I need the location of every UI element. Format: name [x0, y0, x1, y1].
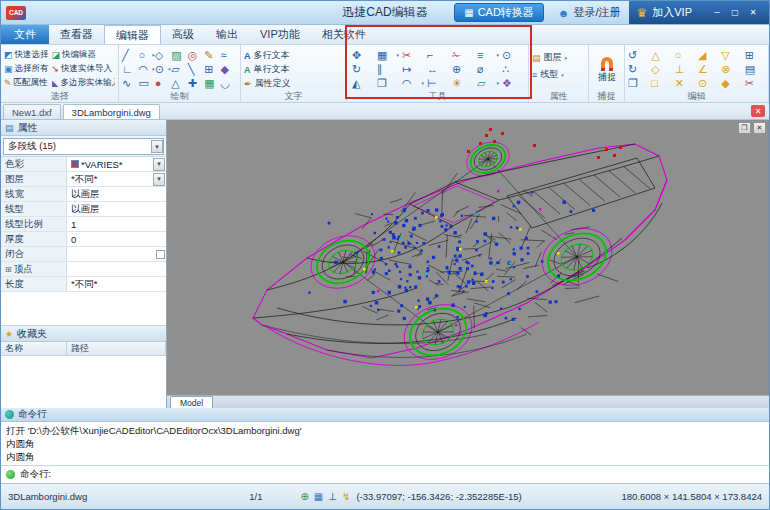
dropdown-arrow-icon[interactable]: ▼: [153, 158, 165, 171]
property-value[interactable]: 以画层: [67, 202, 166, 216]
point-button[interactable]: ●: [155, 76, 171, 90]
cad-converter-button[interactable]: ▦ CAD转换器: [454, 3, 544, 22]
attribute-define-button[interactable]: ✒属性定义: [244, 77, 343, 90]
polyline-button[interactable]: ∟: [122, 62, 138, 76]
linetype-button[interactable]: ≡线型▾: [532, 68, 585, 81]
copy-button[interactable]: ❐: [375, 76, 399, 90]
property-value[interactable]: *不同*: [67, 277, 166, 291]
document-tab-3DLamborgini.dwg[interactable]: 3DLamborgini.dwg: [63, 104, 160, 119]
dynamic-input-icon[interactable]: ↯: [342, 491, 350, 502]
redo-button[interactable]: ↻: [628, 62, 646, 76]
lengthen-button[interactable]: ⊢: [425, 76, 449, 90]
move-button[interactable]: ✥: [350, 48, 374, 62]
quick-entity-import-button[interactable]: ➘快速实体导入: [52, 62, 115, 76]
snap-button[interactable]: 捕捉: [592, 48, 622, 90]
grid-icon[interactable]: ▦: [314, 491, 323, 502]
curve-button[interactable]: ◡: [221, 76, 237, 90]
property-value[interactable]: [67, 262, 166, 276]
property-value[interactable]: 0: [67, 232, 166, 246]
divide-button[interactable]: ∴: [500, 62, 524, 76]
singleline-text-button[interactable]: A单行文本: [244, 63, 343, 76]
entity-type-select[interactable]: 多段线 (15) ▼: [3, 138, 164, 155]
polygon-entity-input-button[interactable]: ◣多边形实体输入: [52, 76, 115, 90]
snap-endpoint-button[interactable]: □: [651, 76, 669, 90]
mirror-button[interactable]: ◭: [350, 76, 374, 90]
match-properties-button[interactable]: ✎匹配属性: [4, 76, 49, 90]
offset-button[interactable]: ∥: [375, 62, 399, 76]
command-input[interactable]: [56, 468, 769, 482]
join-vip-button[interactable]: 加入VIP: [652, 5, 692, 20]
array-button[interactable]: ▦▾: [375, 48, 399, 62]
mdi-restore-button[interactable]: ❐: [738, 122, 751, 134]
extend-button[interactable]: ↦: [400, 62, 424, 76]
select-all-button[interactable]: ▣选择所有: [4, 62, 49, 76]
triangle-button[interactable]: △: [171, 76, 187, 90]
snap-extension-button[interactable]: ▽: [721, 48, 739, 62]
spline-button[interactable]: ∿: [122, 76, 138, 90]
table-button[interactable]: ⊞: [204, 62, 220, 76]
quick-select-button[interactable]: ◩快速选择: [4, 48, 49, 62]
drawing-canvas[interactable]: ❐ ✕: [167, 120, 769, 408]
line-button[interactable]: ╱: [122, 48, 138, 62]
snap-perpendicular-button[interactable]: ⊥: [675, 62, 693, 76]
wireframe-car-drawing[interactable]: [167, 120, 769, 395]
document-tab-New1.dxf[interactable]: New1.dxf: [3, 104, 61, 119]
snap-center-button[interactable]: ○: [675, 48, 693, 62]
close-button[interactable]: ✕: [745, 6, 761, 20]
snap-intersection-button[interactable]: ✕: [675, 76, 693, 90]
sketch-button[interactable]: ✎: [204, 48, 220, 62]
revision-cloud-button[interactable]: ≈: [221, 48, 237, 62]
snap-tangent-button[interactable]: ⊗: [721, 62, 739, 76]
tab-查看器[interactable]: 查看器: [49, 25, 104, 44]
maximize-button[interactable]: ▢: [727, 6, 743, 20]
ellipse-button[interactable]: ⊙▾: [155, 62, 171, 76]
donut-button[interactable]: ◎: [188, 48, 204, 62]
layer-edit-button[interactable]: ▤: [745, 62, 763, 76]
region-button[interactable]: ▱: [171, 62, 187, 76]
area-button[interactable]: ▱▾: [475, 76, 499, 90]
arc-button[interactable]: ◠▾: [138, 62, 154, 76]
ortho-icon[interactable]: ⊥: [328, 491, 337, 502]
measure-button[interactable]: ⌀: [475, 62, 499, 76]
rectangle-button[interactable]: ▭: [138, 76, 154, 90]
dropdown-arrow-icon[interactable]: ▼: [153, 173, 165, 186]
tab-相关软件[interactable]: 相关软件: [311, 25, 377, 44]
snap-quadrant-button[interactable]: ◇: [651, 62, 669, 76]
zoom-icon[interactable]: ⊕: [300, 491, 308, 502]
property-value[interactable]: *VARIES*▼: [67, 157, 166, 171]
block-button[interactable]: ◆: [221, 62, 237, 76]
wipeout-button[interactable]: ▦: [204, 76, 220, 90]
property-value[interactable]: 以画层: [67, 187, 166, 201]
property-value[interactable]: *不同*▼: [67, 172, 166, 186]
mdi-close-button[interactable]: ✕: [753, 122, 766, 134]
join-button[interactable]: ⊕: [450, 62, 474, 76]
layers-button[interactable]: ▤图层▾: [532, 51, 585, 64]
multiline-text-button[interactable]: A多行文本: [244, 49, 343, 62]
ray-button[interactable]: ╲: [188, 62, 204, 76]
model-tab[interactable]: Model: [170, 396, 213, 408]
snap-angle-button[interactable]: ∠: [698, 62, 716, 76]
tab-file[interactable]: 文件: [1, 25, 49, 44]
property-value[interactable]: [67, 247, 166, 261]
construction-line-button[interactable]: ✚: [188, 76, 204, 90]
expand-icon[interactable]: ⊞: [5, 265, 12, 274]
undo-button[interactable]: ↺: [628, 48, 646, 62]
snap-node-button[interactable]: ⊙: [698, 76, 716, 90]
checkbox[interactable]: [156, 250, 165, 259]
circle-button[interactable]: ○▾: [138, 48, 154, 62]
tab-编辑器[interactable]: 编辑器: [104, 25, 161, 44]
paste-button[interactable]: ❐: [628, 76, 646, 90]
stretch-button[interactable]: ↔: [425, 62, 449, 76]
tab-输出[interactable]: 输出: [205, 25, 249, 44]
align-button[interactable]: ≡▾: [475, 48, 499, 62]
trim-button[interactable]: ✂: [400, 48, 424, 62]
dropdown-arrow-icon[interactable]: ▼: [151, 140, 163, 153]
group-button[interactable]: ❖: [500, 76, 524, 90]
erase-button[interactable]: ✂: [745, 76, 763, 90]
snap-insert-button[interactable]: ◆: [721, 76, 739, 90]
fillet-button[interactable]: ◠▾: [400, 76, 424, 90]
snap-nearest-button[interactable]: ◢: [698, 48, 716, 62]
rotate-button[interactable]: ↻: [350, 62, 374, 76]
property-value[interactable]: 1: [67, 217, 166, 231]
chamfer-button[interactable]: ⌐: [425, 48, 449, 62]
